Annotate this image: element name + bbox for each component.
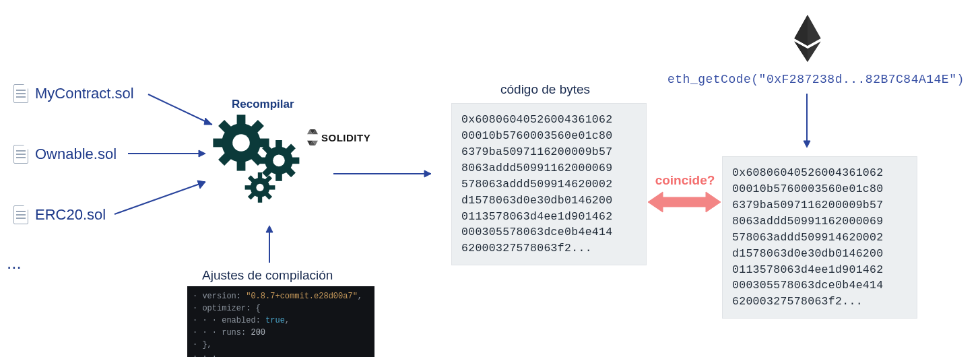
file-item-3: ERC20.sol [13,205,106,224]
svg-marker-5 [197,180,205,189]
svg-rect-27 [258,172,262,179]
cs-close: }, [202,340,211,350]
file-icon [13,84,28,103]
svg-point-25 [273,155,285,167]
eth-getcode-label: eth_getCode("0xF287238d...82B7C84A14E") [667,73,965,86]
svg-rect-29 [245,185,252,189]
svg-line-0 [148,94,212,125]
cs-version-key: version: [202,292,241,301]
svg-rect-19 [259,158,266,164]
svg-marker-45 [266,226,273,232]
arrow-file3-to-gears [111,175,219,222]
svg-rect-18 [275,174,282,181]
arrow-file2-to-gears [125,147,219,160]
solidity-label-text: SOLIDITY [321,132,370,143]
file-item-2: Ownable.sol [13,145,117,164]
file-icon [13,205,28,224]
compile-settings-title: Ajustes de compilación [202,268,333,283]
svg-rect-9 [213,139,222,147]
bytecode-box-left: 0x60806040526004361062 00010b5760003560e… [451,103,647,265]
cs-enabled-key: enabled: [222,316,261,325]
svg-rect-28 [258,196,262,203]
compile-settings-box: · version: "0.8.7+commit.e28d00a7", · op… [187,286,374,357]
bytecode-box-right: 0x60806040526004361062 00010b5760003560e… [722,156,917,319]
file-ellipsis: ... [7,253,22,273]
arrow-settings-to-gears [263,222,276,269]
svg-marker-43 [424,170,431,177]
file-label-3: ERC20.sol [35,206,106,224]
file-label-2: Ownable.sol [35,145,117,163]
svg-point-35 [256,184,263,191]
match-label: coincide? [655,173,715,188]
cs-version-val: "0.8.7+commit.e28d00a7" [246,292,358,301]
svg-marker-46 [648,192,721,212]
svg-marker-48 [794,15,808,46]
file-icon [13,145,28,164]
solidity-label: SOLIDITY [306,129,370,145]
solidity-logo-icon [306,129,319,145]
arrow-eth-to-bytecode [800,90,814,154]
match-double-arrow-icon [648,191,721,214]
bytecode-title-left: código de bytes [500,82,590,97]
file-item-1: MyContract.sol [13,84,134,103]
svg-rect-20 [292,158,299,164]
svg-line-4 [115,182,205,214]
ethereum-icon [792,15,823,62]
cs-enabled-val: true [265,316,285,325]
gears-icon [209,108,317,216]
cs-runs-val: 200 [251,328,265,337]
svg-point-15 [232,134,250,152]
svg-rect-8 [237,161,246,170]
arrow-gears-to-bytecode [330,167,445,180]
file-label-1: MyContract.sol [35,85,134,102]
svg-marker-3 [199,150,205,157]
svg-marker-52 [804,141,810,147]
cs-runs-key: runs: [222,328,246,337]
svg-rect-7 [237,114,246,124]
svg-rect-17 [275,140,282,147]
cs-optimizer-key: optimizer: { [202,304,260,313]
svg-rect-30 [269,185,275,189]
